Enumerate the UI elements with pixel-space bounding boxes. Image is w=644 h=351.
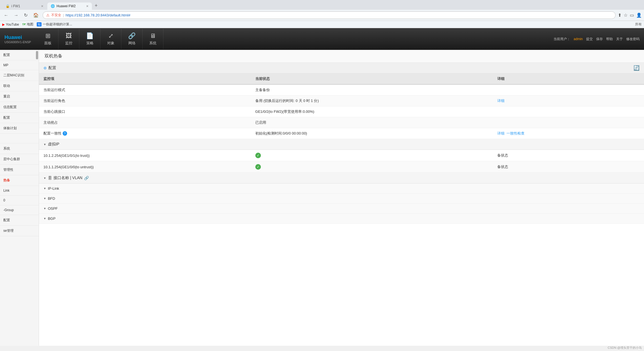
sidebar-item-info[interactable]: 信息配置 <box>0 102 39 113</box>
sidebar-item-mp[interactable]: MP <box>0 60 39 70</box>
save-link[interactable]: 保存 <box>596 37 603 42</box>
nav-policy[interactable]: 📄 策略 <box>79 29 101 49</box>
sidebar-item-mgmt[interactable]: se管理 <box>0 226 39 236</box>
share-icon[interactable]: ⬆ <box>618 13 621 18</box>
csdn-icon: 知 <box>37 22 41 26</box>
main-content: 双机热备 ⚙ 配置 🔄 监控项 当前状态 详细 <box>39 50 644 346</box>
nav-monitor[interactable]: 🖼 监控 <box>58 29 79 49</box>
bookmark-icon[interactable]: ☆ <box>624 13 628 18</box>
sidebar-item-cluster[interactable]: 层中心集群 <box>0 154 39 165</box>
monitor-icon: 🖼 <box>66 32 72 40</box>
url-display: https://192.168.78.20:8443/default.html# <box>65 13 130 17</box>
nav-panel[interactable]: ⊞ 面板 <box>38 29 58 49</box>
bgp-arrow: ▼ <box>43 217 46 220</box>
tab-fw1[interactable]: 🔒 i FW1 ✕ <box>2 3 47 10</box>
nav-system[interactable]: 🖥 系统 <box>143 29 163 49</box>
bookmarks-bar: ▶ YouTube 🗺 地图 知 一份超详细的计算... 所有 <box>0 21 644 28</box>
sidebar-item-devconfig[interactable]: 配置 <box>0 113 39 123</box>
table-row: 当前运行角色 备用 (切换后运行的时间: 0 天 0 时 1 分) 详细 <box>39 96 644 106</box>
brand: Huawei USG6000V1-ENSP <box>4 35 31 44</box>
sidebar-item-trial[interactable]: 体验计划 <box>0 123 39 134</box>
ip-link-section[interactable]: ▼ IP-Link <box>39 184 644 194</box>
row-run-mode-status: 主备备份 <box>251 84 493 96</box>
ospf-arrow: ▼ <box>43 207 46 210</box>
ospf-label: OSPF <box>48 206 58 211</box>
sidebar-item-group[interactable]: -Group <box>0 205 39 215</box>
panel-icon: ⊞ <box>45 32 50 40</box>
bookmarks-all[interactable]: 所有 <box>635 22 642 27</box>
run-role-detail-link[interactable]: 详细 <box>497 99 505 103</box>
sidebar-item-zero[interactable]: 0 <box>0 196 39 205</box>
table-row: 当前心跳接口 GE1/0/2(to FW2)(带宽使用率:0.00%) <box>39 106 644 117</box>
reload-button[interactable]: ↻ <box>22 12 29 18</box>
new-tab-button[interactable]: + <box>92 2 100 10</box>
maps-icon: 🗺 <box>22 23 26 26</box>
nav-items: ⊞ 面板 🖼 监控 📄 策略 ⤢ 对象 🔗 网络 🖥 系统 <box>38 29 554 49</box>
row-heartbeat-item: 当前心跳接口 <box>39 106 251 117</box>
vip1-detail: 备状态 <box>493 150 644 161</box>
bookmark-maps[interactable]: 🗺 地图 <box>22 22 33 27</box>
change-password-link[interactable]: 修改密码 <box>626 37 640 42</box>
bgp-section[interactable]: ▼ BGP <box>39 214 644 224</box>
table-row: 10.1.1.254(GE1/0/0(to untrust)) ✓ 备状态 <box>39 161 644 173</box>
sidebar-item-blank[interactable] <box>0 134 39 143</box>
refresh-icon[interactable]: 🔄 <box>633 65 640 71</box>
submit-link[interactable]: 提交 <box>586 37 593 42</box>
table-row: 配置一致性 ? 初始化(检测时间:0/0/0 00:00:00) 详细 一致性检… <box>39 128 644 139</box>
sidebar-item-devconf2[interactable]: 配置 <box>0 215 39 226</box>
forward-button[interactable]: → <box>12 12 20 18</box>
bfd-arrow: ▼ <box>43 197 46 200</box>
help-icon[interactable]: ? <box>63 131 67 136</box>
network-icon: 🔗 <box>128 32 136 40</box>
consistency-detail-link[interactable]: 详细 <box>497 131 505 135</box>
home-button[interactable]: 🏠 <box>31 12 40 18</box>
row-consistency-detail: 详细 一致性检查 <box>493 128 644 139</box>
tab-fw2[interactable]: 🌐 Huawei FW2 ✕ <box>47 3 92 10</box>
tab-fw1-close[interactable]: ✕ <box>41 4 43 8</box>
consistency-check-link[interactable]: 一致性检查 <box>506 131 525 135</box>
bfd-label: BFD <box>48 196 55 201</box>
address-bar[interactable]: ⚠ 不安全 | https://192.168.78.20:8443/defau… <box>43 11 616 19</box>
row-heartbeat-detail <box>493 106 644 117</box>
help-link[interactable]: 帮助 <box>606 37 613 42</box>
content-wrapper: 配置 MP 二层MAC识别 联动 重启 信息配置 配置 体验计划 系统 层中心集… <box>0 50 644 346</box>
sidebar-item-property[interactable]: 管理性 <box>0 165 39 175</box>
row-consistency-item: 配置一致性 ? <box>39 128 251 139</box>
vip2-detail: 备状态 <box>493 161 644 173</box>
bfd-section[interactable]: ▼ BFD <box>39 194 644 204</box>
interface-arrow[interactable]: ▼ <box>43 177 46 180</box>
vip1-status: ✓ <box>251 150 493 161</box>
sidebar-item-link[interactable]: Link <box>0 186 39 196</box>
tab-fw2-close[interactable]: ✕ <box>86 4 89 8</box>
row-preempt-status: 已启用 <box>251 117 493 128</box>
sidebar-item-restart[interactable]: 重启 <box>0 91 39 102</box>
sidebar-item-config[interactable]: 配置 <box>0 50 39 60</box>
col-monitor-item: 监控项 <box>39 74 251 84</box>
sidebar-toggle-icon[interactable]: ▭ <box>630 13 634 18</box>
sidebar-item-mac[interactable]: 二层MAC识别 <box>0 70 39 81</box>
sidebar-item-hotstandby[interactable]: 热备 <box>0 175 39 186</box>
user-label: 当前用户： <box>554 37 570 42</box>
sidebar-item-system[interactable]: 系统 <box>0 143 39 154</box>
virtual-ip-arrow[interactable]: ▼ <box>43 143 46 146</box>
sidebar-item-linkage[interactable]: 联动 <box>0 81 39 91</box>
nav-network-label: 网络 <box>128 41 136 46</box>
back-button[interactable]: ← <box>2 12 10 18</box>
tab-fw2-icon: 🌐 <box>51 4 55 8</box>
virtual-ip-label: 虚拟IP <box>48 142 59 147</box>
separator: | <box>63 13 64 17</box>
sidebar: 配置 MP 二层MAC识别 联动 重启 信息配置 配置 体验计划 系统 层中心集… <box>0 50 39 346</box>
nav-network[interactable]: 🔗 网络 <box>121 29 143 49</box>
interface-link-icon: 🔗 <box>84 176 89 180</box>
sidebar-scrollbar[interactable] <box>36 51 38 59</box>
browser-toolbar: ← → ↻ 🏠 ⚠ 不安全 | https://192.168.78.20:84… <box>0 10 644 21</box>
nav-object[interactable]: ⤢ 对象 <box>101 29 121 49</box>
nav-policy-label: 策略 <box>86 41 94 46</box>
ospf-section[interactable]: ▼ OSPF <box>39 204 644 214</box>
bookmark-youtube[interactable]: ▶ YouTube <box>2 23 19 26</box>
section-header-right: 🔄 <box>633 65 640 71</box>
app-wrapper: Huawei USG6000V1-ENSP ⊞ 面板 🖼 监控 📄 策略 ⤢ 对… <box>0 28 644 346</box>
about-link[interactable]: 关于 <box>616 37 623 42</box>
bookmark-csdn[interactable]: 知 一份超详细的计算... <box>37 22 72 27</box>
profile-icon[interactable]: 👤 <box>636 13 642 18</box>
